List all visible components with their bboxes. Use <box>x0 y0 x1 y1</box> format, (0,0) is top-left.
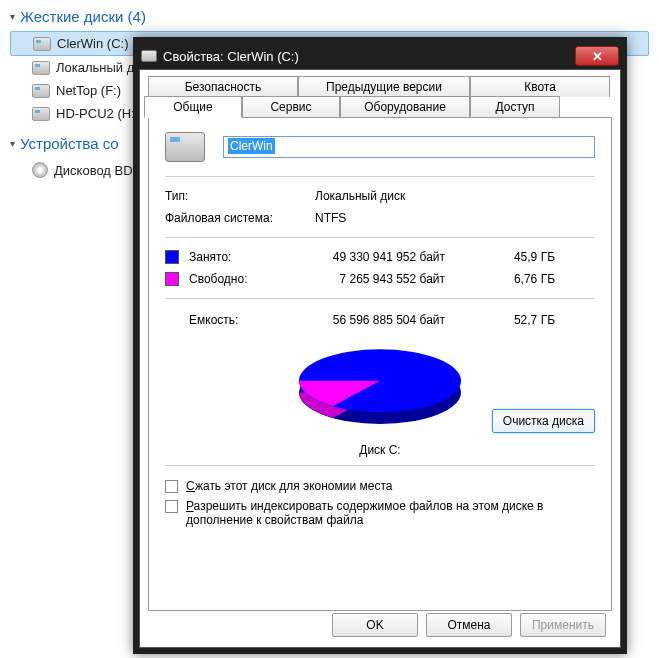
free-gb: 6,76 ГБ <box>475 272 555 286</box>
capacity-gb: 52,7 ГБ <box>475 313 555 327</box>
drive-name-input[interactable]: ClerWin <box>223 136 595 158</box>
compress-checkbox[interactable] <box>165 480 178 493</box>
collapse-icon: ▾ <box>10 11 15 22</box>
device-label: Дисковод BD <box>54 163 133 178</box>
tab-quota[interactable]: Квота <box>470 76 610 97</box>
index-label: Разрешить индексировать содержимое файло… <box>186 499 595 527</box>
separator <box>165 465 595 466</box>
tab-hardware[interactable]: Оборудование <box>340 96 470 117</box>
capacity-label: Емкость: <box>165 313 305 327</box>
svg-point-1 <box>299 349 461 412</box>
apply-button[interactable]: Применить <box>520 613 606 637</box>
drive-icon <box>141 50 157 62</box>
used-gb: 45,9 ГБ <box>475 250 555 264</box>
free-label: Свободно: <box>189 272 305 286</box>
drive-label: Локальный д <box>56 60 134 75</box>
drive-label: HD-PCU2 (H:) <box>56 106 139 121</box>
drive-label: NetTop (F:) <box>56 83 121 98</box>
tab-general[interactable]: Общие <box>144 96 242 118</box>
titlebar[interactable]: Свойства: ClerWin (C:) ✕ <box>139 43 621 69</box>
properties-dialog: Свойства: ClerWin (C:) ✕ Безопасность Пр… <box>133 37 627 654</box>
drive-name-value: ClerWin <box>228 138 275 154</box>
drive-icon <box>32 84 50 98</box>
compress-label: Сжать этот диск для экономии места <box>186 479 392 493</box>
drive-icon <box>32 61 50 75</box>
drive-label: ClerWin (C:) <box>57 36 129 51</box>
drive-icon <box>32 107 50 121</box>
filesystem-label: Файловая система: <box>165 211 315 225</box>
free-bytes: 7 265 943 552 байт <box>305 272 475 286</box>
index-checkbox[interactable] <box>165 500 178 513</box>
used-swatch <box>165 250 179 264</box>
cancel-button[interactable]: Отмена <box>426 613 512 637</box>
close-icon: ✕ <box>592 49 603 64</box>
type-label: Тип: <box>165 189 315 203</box>
tab-previous-versions[interactable]: Предыдущие версии <box>298 76 470 97</box>
tab-security[interactable]: Безопасность <box>148 76 298 97</box>
capacity-bytes: 56 596 885 504 байт <box>305 313 475 327</box>
usage-pie-chart <box>290 343 470 433</box>
ok-button[interactable]: OK <box>332 613 418 637</box>
separator <box>165 298 595 299</box>
type-value: Локальный диск <box>315 189 595 203</box>
separator <box>165 237 595 238</box>
dialog-title: Свойства: ClerWin (C:) <box>163 49 575 64</box>
free-swatch <box>165 272 179 286</box>
filesystem-value: NTFS <box>315 211 595 225</box>
tab-sharing[interactable]: Доступ <box>470 96 560 117</box>
close-button[interactable]: ✕ <box>575 46 619 66</box>
separator <box>165 176 595 177</box>
disk-cleanup-button[interactable]: Очистка диска <box>492 409 595 433</box>
tab-tools[interactable]: Сервис <box>242 96 340 117</box>
collapse-icon: ▾ <box>10 138 15 149</box>
drive-icon <box>33 37 51 51</box>
group-title: Жесткие диски (4) <box>20 8 146 25</box>
drive-icon <box>165 132 205 162</box>
hard-drives-group[interactable]: ▾ Жесткие диски (4) <box>10 8 649 25</box>
used-label: Занято: <box>189 250 305 264</box>
group-title: Устройства со <box>20 135 119 152</box>
disc-icon <box>32 162 48 178</box>
disk-label: Диск C: <box>165 439 595 457</box>
general-panel: ClerWin Тип: Локальный диск Файловая сис… <box>148 117 612 611</box>
used-bytes: 49 330 941 952 байт <box>305 250 475 264</box>
